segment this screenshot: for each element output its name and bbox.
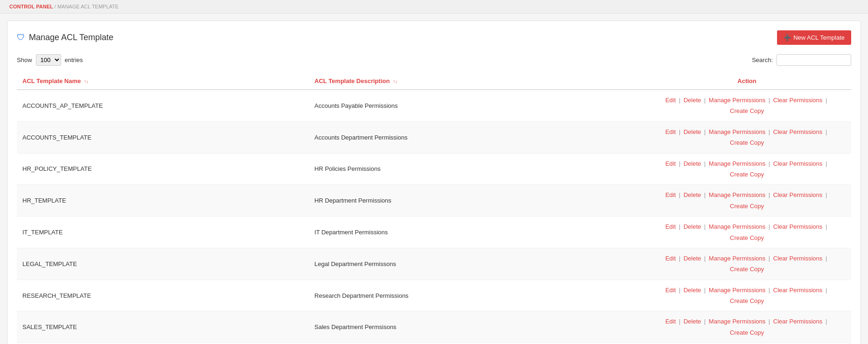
action-manage-permissions-link[interactable]: Manage Permissions	[709, 97, 765, 104]
cell-action: Edit | Delete | Manage Permissions | Cle…	[643, 280, 851, 311]
shield-icon: 🛡	[17, 33, 25, 42]
action-delete-link[interactable]: Delete	[684, 160, 701, 167]
cell-description: Research Department Permissions	[309, 280, 643, 311]
action-manage-permissions-link[interactable]: Manage Permissions	[709, 160, 765, 167]
sort-icon-desc: ↑↓	[393, 79, 398, 84]
plus-icon: ➕	[784, 34, 791, 41]
action-create-copy-link[interactable]: Create Copy	[730, 107, 764, 114]
cell-action: Edit | Delete | Manage Permissions | Cle…	[643, 153, 851, 185]
cell-name: ACCOUNTS_AP_TEMPLATE	[17, 90, 309, 121]
search-label: Search:	[752, 56, 773, 63]
entries-select[interactable]: 10 25 50 100	[36, 54, 61, 66]
cell-description: Legal Department Permissons	[309, 248, 643, 280]
breadcrumb: CONTROL PANEL / MANAGE ACL TEMPLATE	[0, 0, 868, 14]
action-manage-permissions-link[interactable]: Manage Permissions	[709, 318, 765, 325]
action-delete-link[interactable]: Delete	[684, 287, 701, 294]
action-manage-permissions-link[interactable]: Manage Permissions	[709, 191, 765, 198]
new-acl-template-button[interactable]: ➕ New ACL Template	[777, 30, 851, 45]
action-create-copy-link[interactable]: Create Copy	[730, 234, 764, 241]
action-create-copy-link[interactable]: Create Copy	[730, 266, 764, 273]
action-manage-permissions-link[interactable]: Manage Permissions	[709, 128, 765, 135]
cell-description: Accounts Payable Permissions	[309, 90, 643, 121]
show-entries: Show 10 25 50 100 entries	[17, 54, 83, 66]
action-clear-permissions-link[interactable]: Clear Permissions	[773, 97, 822, 104]
action-edit-link[interactable]: Edit	[665, 97, 676, 104]
cell-description: HR Department Permissions	[309, 185, 643, 217]
action-delete-link[interactable]: Delete	[684, 255, 701, 262]
action-delete-link[interactable]: Delete	[684, 97, 701, 104]
cell-description: Sales Department Permsisons	[309, 311, 643, 343]
action-edit-link[interactable]: Edit	[665, 287, 676, 294]
page-header: 🛡 Manage ACL Template ➕ New ACL Template	[17, 30, 851, 45]
cell-action: Edit | Delete | Manage Permissions | Cle…	[643, 217, 851, 248]
controls-bar: Show 10 25 50 100 entries Search:	[17, 54, 851, 66]
action-edit-link[interactable]: Edit	[665, 255, 676, 262]
cell-name: LEGAL_TEMPLATE	[17, 248, 309, 280]
action-manage-permissions-link[interactable]: Manage Permissions	[709, 223, 765, 230]
action-create-copy-link[interactable]: Create Copy	[730, 139, 764, 146]
action-edit-link[interactable]: Edit	[665, 160, 676, 167]
cell-name: ACCOUNTS_TEMPLATE	[17, 121, 309, 153]
action-edit-link[interactable]: Edit	[665, 318, 676, 325]
acl-template-table: ACL Template Name ↑↓ ACL Template Descri…	[17, 73, 851, 343]
action-edit-link[interactable]: Edit	[665, 223, 676, 230]
action-edit-link[interactable]: Edit	[665, 128, 676, 135]
action-delete-link[interactable]: Delete	[684, 223, 701, 230]
cell-action: Edit | Delete | Manage Permissions | Cle…	[643, 248, 851, 280]
action-create-copy-link[interactable]: Create Copy	[730, 171, 764, 178]
cell-description: Accounts Department Permissions	[309, 121, 643, 153]
cell-name: RESEARCH_TEMPLATE	[17, 280, 309, 311]
table-row: RESEARCH_TEMPLATEResearch Department Per…	[17, 280, 851, 311]
sort-icon-name: ↑↓	[84, 79, 89, 84]
breadcrumb-control-panel[interactable]: CONTROL PANEL	[9, 4, 53, 9]
table-row: ACCOUNTS_TEMPLATEAccounts Department Per…	[17, 121, 851, 153]
action-delete-link[interactable]: Delete	[684, 318, 701, 325]
cell-action: Edit | Delete | Manage Permissions | Cle…	[643, 121, 851, 153]
entries-label: entries	[65, 56, 83, 63]
col-header-action: Action	[643, 73, 851, 90]
action-clear-permissions-link[interactable]: Clear Permissions	[773, 255, 822, 262]
search-input[interactable]	[777, 54, 851, 66]
action-create-copy-link[interactable]: Create Copy	[730, 203, 764, 210]
action-clear-permissions-link[interactable]: Clear Permissions	[773, 318, 822, 325]
action-edit-link[interactable]: Edit	[665, 191, 676, 198]
cell-action: Edit | Delete | Manage Permissions | Cle…	[643, 90, 851, 121]
action-clear-permissions-link[interactable]: Clear Permissions	[773, 191, 822, 198]
col-header-description[interactable]: ACL Template Description ↑↓	[309, 73, 643, 90]
show-label: Show	[17, 56, 32, 63]
action-delete-link[interactable]: Delete	[684, 191, 701, 198]
cell-name: HR_POLICY_TEMPLATE	[17, 153, 309, 185]
cell-action: Edit | Delete | Manage Permissions | Cle…	[643, 185, 851, 217]
cell-name: SALES_TEMPLATE	[17, 311, 309, 343]
cell-description: HR Policies Permissions	[309, 153, 643, 185]
col-header-name[interactable]: ACL Template Name ↑↓	[17, 73, 309, 90]
action-create-copy-link[interactable]: Create Copy	[730, 297, 764, 304]
action-clear-permissions-link[interactable]: Clear Permissions	[773, 287, 822, 294]
action-clear-permissions-link[interactable]: Clear Permissions	[773, 223, 822, 230]
action-clear-permissions-link[interactable]: Clear Permissions	[773, 160, 822, 167]
action-clear-permissions-link[interactable]: Clear Permissions	[773, 128, 822, 135]
table-row: IT_TEMPLATEIT Department PermissionsEdit…	[17, 217, 851, 248]
cell-description: IT Department Permissions	[309, 217, 643, 248]
action-manage-permissions-link[interactable]: Manage Permissions	[709, 255, 765, 262]
action-create-copy-link[interactable]: Create Copy	[730, 329, 764, 336]
main-content: 🛡 Manage ACL Template ➕ New ACL Template…	[7, 21, 861, 344]
action-manage-permissions-link[interactable]: Manage Permissions	[709, 287, 765, 294]
action-delete-link[interactable]: Delete	[684, 128, 701, 135]
table-header-row: ACL Template Name ↑↓ ACL Template Descri…	[17, 73, 851, 90]
table-row: SALES_TEMPLATESales Department Permsison…	[17, 311, 851, 343]
table-row: HR_POLICY_TEMPLATEHR Policies Permission…	[17, 153, 851, 185]
cell-name: HR_TEMPLATE	[17, 185, 309, 217]
table-row: ACCOUNTS_AP_TEMPLATEAccounts Payable Per…	[17, 90, 851, 121]
cell-action: Edit | Delete | Manage Permissions | Cle…	[643, 311, 851, 343]
table-row: LEGAL_TEMPLATELegal Department Permisson…	[17, 248, 851, 280]
page-title: 🛡 Manage ACL Template	[17, 33, 113, 42]
table-row: HR_TEMPLATEHR Department PermissionsEdit…	[17, 185, 851, 217]
search-bar: Search:	[752, 54, 851, 66]
cell-name: IT_TEMPLATE	[17, 217, 309, 248]
